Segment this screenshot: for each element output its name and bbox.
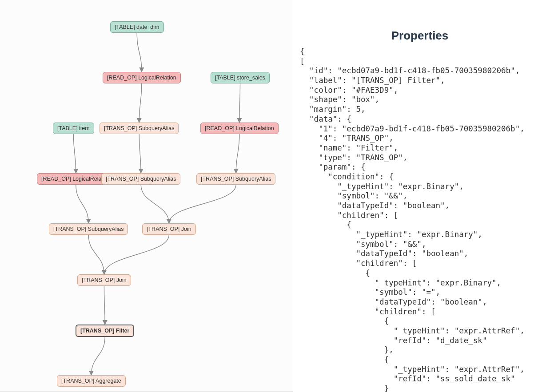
dag-node-n12[interactable]: [TRANS_OP] Join <box>77 274 131 286</box>
dag-node-n2[interactable]: [READ_OP] LogicalRelation <box>103 72 181 83</box>
edge-n3-n6 <box>239 83 240 123</box>
edge-n13-n14 <box>91 337 105 375</box>
edge-n1-n2 <box>137 33 142 72</box>
dag-node-n11[interactable]: [TRANS_OP] Join <box>142 223 196 235</box>
properties-title: Properties <box>298 29 542 43</box>
properties-json: { [ "id": "ecbd07a9-bd1f-c418-fb05-70035… <box>300 47 542 392</box>
edge-n10-n12 <box>88 235 104 274</box>
dag-node-n9[interactable]: [TRANS_OP] SubqueryAlias <box>196 173 275 185</box>
dag-node-n5[interactable]: [TRANS_OP] SubqueryAlias <box>100 123 179 134</box>
dag-node-n10[interactable]: [TRANS_OP] SubqueryAlias <box>49 223 128 235</box>
dag-node-n4[interactable]: [TABLE] item <box>53 123 94 134</box>
edge-n7-n10 <box>76 185 88 223</box>
dag-node-n14[interactable]: [TRANS_OP] Aggregate <box>57 375 126 387</box>
edge-n9-n11 <box>169 185 236 223</box>
dag-node-n13[interactable]: [TRANS_OP] Filter <box>76 325 134 337</box>
edge-n8-n11 <box>141 185 169 223</box>
dag-node-n1[interactable]: [TABLE] date_dim <box>110 21 164 33</box>
edge-n2-n5 <box>139 83 142 123</box>
edge-n4-n7 <box>73 134 76 173</box>
dag-edges <box>0 0 293 392</box>
dag-node-n6[interactable]: [READ_OP] LogicalRelation <box>200 123 279 134</box>
properties-panel: Properties { [ "id": "ecbd07a9-bd1f-c418… <box>293 0 542 392</box>
dag-node-n3[interactable]: [TABLE] store_sales <box>211 72 270 83</box>
edge-n12-n13 <box>104 286 105 325</box>
edge-n5-n8 <box>139 134 141 173</box>
edge-n6-n9 <box>236 134 239 173</box>
edge-n11-n12 <box>104 235 169 274</box>
dag-panel[interactable]: [TABLE] date_dim[READ_OP] LogicalRelatio… <box>0 0 293 392</box>
dag-node-n8[interactable]: [TRANS_OP] SubqueryAlias <box>101 173 180 185</box>
